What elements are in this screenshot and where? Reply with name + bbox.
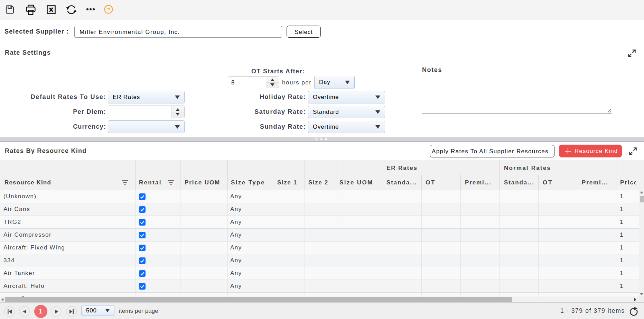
svg-text:?: ? [107,7,110,12]
